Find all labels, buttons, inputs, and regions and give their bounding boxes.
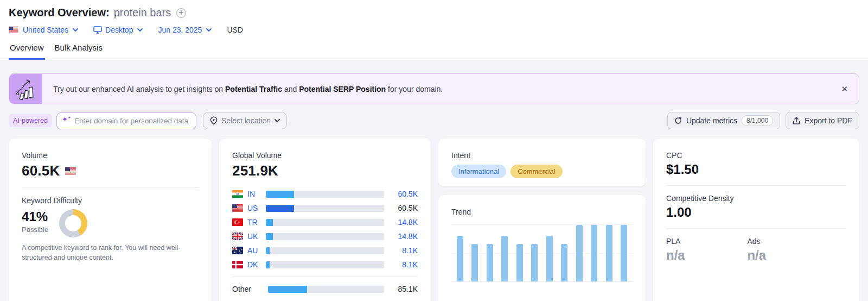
trend-card: Trend — [438, 195, 646, 301]
trend-bar — [501, 236, 508, 281]
device-selector[interactable]: Desktop — [93, 26, 143, 34]
country-link[interactable]: TR — [247, 218, 264, 227]
pla-value: n/a — [666, 248, 747, 263]
flag-in-icon — [232, 190, 243, 198]
volume-bar-fill — [266, 191, 294, 198]
volume-bar-fill — [266, 247, 270, 254]
currency-label: USD — [227, 26, 243, 34]
volume-bar-track — [266, 219, 384, 226]
add-keyword-icon[interactable] — [176, 8, 186, 18]
banner-message: Try out our enhanced AI analysis to get … — [42, 74, 841, 104]
country-volume-value[interactable]: 14.8K — [392, 232, 418, 241]
country-link[interactable]: IN — [247, 190, 264, 198]
banner-icon-block — [9, 74, 42, 104]
flag-uk-icon — [232, 233, 243, 240]
trend-bar — [591, 225, 597, 281]
trend-bar — [561, 244, 567, 281]
intent-label: Intent — [451, 151, 633, 160]
country-selector[interactable]: United States — [9, 26, 78, 34]
global-volume-row-au: AU 8.1K — [232, 243, 418, 258]
flag-dk-icon — [232, 261, 243, 268]
update-metrics-button[interactable]: Update metrics 8/1,000 — [667, 112, 780, 129]
growth-doodle-icon — [15, 78, 37, 101]
trend-bar — [546, 236, 553, 281]
export-pdf-label: Export to PDF — [805, 116, 852, 125]
country-volume-value: 60.5K — [392, 204, 418, 212]
desktop-icon — [93, 26, 102, 34]
country-volume-value[interactable]: 8.1K — [392, 260, 418, 269]
country-volume-value[interactable]: 60.5K — [392, 190, 418, 198]
metrics-cards: Volume 60.5K Keyword Difficulty 41% Poss… — [9, 139, 859, 290]
flag-us-icon — [9, 27, 20, 33]
trend-bar — [606, 225, 612, 281]
title-row: Keyword Overview: protein bars — [9, 7, 859, 19]
date-label: Jun 23, 2025 — [158, 26, 202, 34]
global-volume-rows: IN 60.5K US 60.5K TR 14.8K UK 14.8K — [232, 187, 418, 296]
kd-description: A competitive keyword to rank for. You w… — [22, 243, 190, 262]
volume-card: Volume 60.5K Keyword Difficulty 41% Poss… — [9, 139, 212, 301]
select-location-button[interactable]: Select location — [203, 112, 287, 129]
kd-donut — [59, 209, 87, 237]
tab-overview[interactable]: Overview — [9, 43, 45, 60]
other-volume-value: 85.1K — [392, 285, 418, 293]
sparkles-icon: ✦✦ — [62, 115, 71, 123]
close-icon[interactable]: ✕ — [841, 84, 848, 94]
volume-bar-fill — [266, 233, 273, 240]
filter-bar: United States Desktop Jun 23, 2025 USD — [9, 26, 859, 34]
volume-bar-fill — [266, 219, 273, 226]
trend-chart-bars — [451, 225, 633, 281]
flag-tr-icon — [232, 218, 243, 226]
volume-bar-fill — [266, 205, 294, 212]
domain-input[interactable] — [56, 112, 196, 129]
country-link[interactable]: DK — [247, 260, 264, 269]
volume-bar-track — [266, 247, 384, 254]
cpc-card: CPC $1.50 Competitive Density 1.00 PLA n… — [653, 139, 859, 301]
cpc-label: CPC — [666, 151, 846, 160]
tab-bulk-analysis[interactable]: Bulk Analysis — [54, 43, 104, 60]
country-volume-value[interactable]: 8.1K — [392, 246, 418, 255]
select-location-label: Select location — [221, 116, 271, 125]
country-link[interactable]: AU — [247, 246, 264, 255]
chevron-down-icon — [206, 28, 212, 32]
global-volume-row-other: Other 85.1K — [232, 282, 418, 296]
country-link[interactable]: US — [247, 204, 264, 212]
flag-us-icon — [232, 204, 243, 212]
update-count-badge: 8/1,000 — [742, 115, 773, 126]
trend-label: Trend — [451, 208, 633, 216]
export-pdf-button[interactable]: Export to PDF — [786, 112, 859, 129]
ads-label: Ads — [747, 237, 828, 246]
trend-bar — [621, 225, 627, 281]
volume-bar-track — [266, 205, 384, 212]
cpc-value: $1.50 — [666, 162, 846, 177]
kd-value: 41% — [22, 209, 48, 224]
ads-value: n/a — [747, 248, 828, 263]
refresh-icon — [674, 117, 682, 124]
trend-bar — [531, 244, 538, 281]
page-header: Keyword Overview: protein bars United St… — [0, 0, 868, 60]
trend-bar — [487, 244, 493, 281]
country-link[interactable]: UK — [247, 232, 264, 241]
trend-bar — [576, 225, 583, 281]
country-volume-value[interactable]: 14.8K — [392, 218, 418, 227]
flag-au-icon — [232, 247, 243, 254]
trend-bar — [471, 244, 478, 281]
chevron-down-icon — [137, 28, 143, 32]
volume-bar-fill — [268, 286, 307, 293]
trend-chart — [451, 224, 633, 282]
volume-label: Volume — [22, 151, 199, 160]
keyword-text: protein bars — [114, 7, 171, 19]
date-selector[interactable]: Jun 23, 2025 — [158, 26, 212, 34]
intent-card: Intent Informational Commercial — [438, 139, 646, 186]
controls-row: AI-powered ✦✦ Select location Update met… — [9, 112, 859, 129]
intent-pill-informational: Informational — [451, 165, 506, 178]
volume-bar-track — [266, 261, 384, 268]
volume-bar-fill — [266, 261, 270, 268]
page-title: Keyword Overview: — [9, 7, 110, 19]
global-volume-value: 251.9K — [232, 162, 418, 179]
volume-bar-track — [268, 286, 384, 293]
global-volume-label: Global Volume — [232, 151, 418, 160]
pla-label: PLA — [666, 237, 747, 246]
tab-bar: Overview Bulk Analysis — [9, 43, 859, 60]
kd-label: Keyword Difficulty — [22, 196, 199, 205]
kd-level: Possible — [22, 225, 48, 234]
